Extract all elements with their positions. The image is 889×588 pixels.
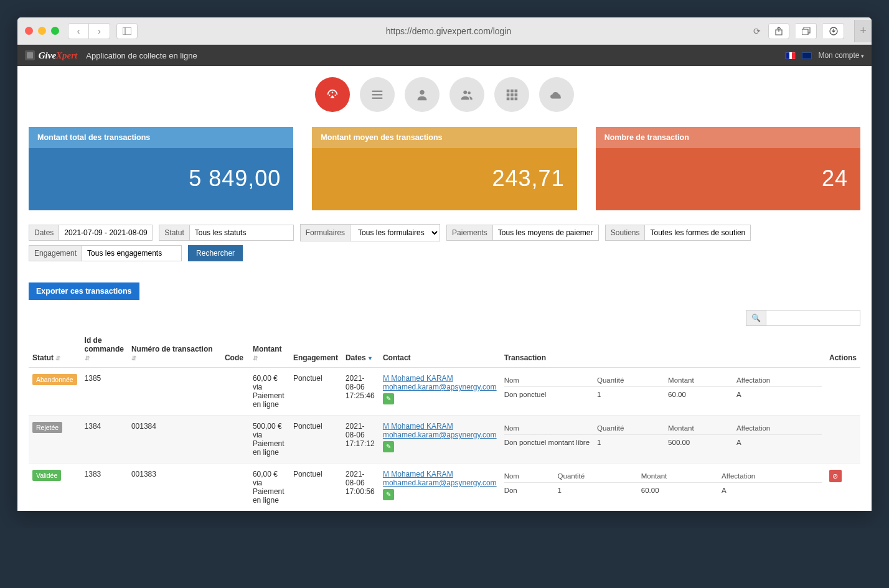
stats-row: Montant total des transactions 5 849,00 … — [17, 127, 872, 222]
cell-date: 2021-08-0617:25:46 — [342, 368, 379, 416]
downloads-button[interactable] — [823, 23, 844, 39]
close-window-button[interactable] — [25, 27, 33, 35]
contact-name-link[interactable]: M Mohamed KARAM — [383, 374, 497, 383]
url-text: https://demo.givexpert.com/login — [386, 26, 512, 36]
contact-email-link[interactable]: mohamed.karam@apsynergy.com — [383, 383, 497, 391]
th-montant[interactable]: Montant — [249, 331, 289, 368]
export-button[interactable]: Exporter ces transactions — [29, 282, 139, 300]
browser-chrome: ‹ › https://demo.givexpert.com/login ⟳ — [17, 17, 872, 45]
filter-engagement-input[interactable] — [82, 246, 181, 261]
grid-icon — [505, 88, 519, 101]
th-code[interactable]: Code — [221, 331, 249, 368]
cell-engagement: Ponctuel — [289, 416, 342, 464]
th-dates[interactable]: Dates — [342, 331, 379, 368]
stat-count-label: Nombre de transaction — [596, 127, 860, 148]
user-icon — [415, 88, 429, 101]
filter-dates-input[interactable] — [59, 225, 152, 240]
filter-statut-input[interactable] — [189, 225, 293, 240]
back-button[interactable]: ‹ — [68, 23, 89, 39]
cell-transaction: NomQuantitéMontantAffectation Don ponctu… — [501, 416, 826, 464]
search-button[interactable]: Rechercher — [188, 245, 243, 261]
svg-rect-14 — [507, 90, 510, 93]
cell-order-id: 1385 — [81, 368, 128, 416]
tabs-button[interactable] — [796, 23, 817, 39]
stat-total: Montant total des transactions 5 849,00 — [29, 127, 293, 210]
share-button[interactable] — [768, 23, 789, 39]
forward-button[interactable]: › — [89, 23, 110, 39]
nav-users[interactable] — [449, 77, 484, 112]
filter-soutiens: Soutiens — [605, 225, 751, 241]
filter-soutiens-input[interactable] — [644, 225, 750, 240]
cell-actions — [826, 368, 860, 416]
cell-contact: M Mohamed KARAM mohamed.karam@apsynergy.… — [379, 416, 501, 464]
svg-rect-22 — [515, 98, 518, 101]
minimize-window-button[interactable] — [38, 27, 46, 35]
list-icon — [370, 88, 384, 101]
contact-name-link[interactable]: M Mohamed KARAM — [383, 422, 497, 431]
filter-formulaires-select[interactable]: Tous les formulaires — [350, 225, 440, 241]
svg-rect-4 — [802, 29, 808, 35]
flag-fr-icon[interactable] — [786, 52, 796, 59]
status-badge: Validée — [32, 470, 61, 481]
cell-amount: 60,00 €viaPaiement en ligne — [249, 464, 289, 511]
th-transaction[interactable]: Transaction — [501, 331, 826, 368]
cell-order-id: 1383 — [81, 464, 128, 511]
edit-contact-icon[interactable]: ✎ — [383, 489, 394, 500]
contact-name-link[interactable]: M Mohamed KARAM — [383, 470, 497, 478]
delete-icon[interactable]: ⊘ — [829, 470, 842, 482]
nav-user[interactable] — [405, 77, 440, 112]
app-header: GiveXpert Application de collecte en lig… — [17, 45, 872, 66]
svg-rect-17 — [507, 93, 510, 96]
nav-grid[interactable] — [494, 77, 529, 112]
filter-paiements-input[interactable] — [492, 225, 598, 240]
stat-total-label: Montant total des transactions — [29, 127, 293, 148]
stat-avg-value: 243,71 — [312, 148, 576, 210]
contact-email-link[interactable]: mohamed.karam@apsynergy.com — [383, 431, 497, 439]
app-logo[interactable]: GiveXpert — [25, 50, 77, 61]
stat-avg: Montant moyen des transactions 243,71 — [312, 127, 576, 210]
cell-transaction: NomQuantitéMontantAffectation Don ponctu… — [501, 368, 826, 416]
th-engagement[interactable]: Engagement — [289, 331, 342, 368]
address-bar[interactable]: https://demo.givexpert.com/login — [144, 26, 753, 36]
edit-contact-icon[interactable]: ✎ — [383, 441, 394, 452]
svg-rect-15 — [510, 90, 514, 93]
cloud-download-icon — [550, 88, 563, 101]
table-search-input[interactable] — [766, 310, 860, 325]
cell-date: 2021-08-0617:17:12 — [342, 416, 379, 464]
filter-engagement: Engagement — [29, 245, 182, 261]
th-id-commande[interactable]: Id de commande — [81, 331, 128, 368]
svg-rect-16 — [515, 90, 518, 93]
cell-contact: M Mohamed KARAM mohamed.karam@apsynergy.… — [379, 464, 501, 511]
maximize-window-button[interactable] — [51, 27, 59, 35]
main-nav — [17, 66, 872, 127]
th-statut[interactable]: Statut — [29, 331, 81, 368]
cell-code — [221, 368, 249, 416]
new-tab-button[interactable]: + — [854, 20, 872, 42]
nav-dashboard[interactable] — [315, 77, 350, 112]
th-contact[interactable]: Contact — [379, 331, 501, 368]
contact-email-link[interactable]: mohamed.karam@apsynergy.com — [383, 478, 497, 487]
table-row: Validée 1383 001383 60,00 €viaPaiement e… — [29, 464, 860, 511]
status-badge: Abandonnée — [32, 374, 77, 385]
cell-order-id: 1384 — [81, 416, 128, 464]
cell-txn-number: 001383 — [128, 464, 221, 511]
stat-avg-label: Montant moyen des transactions — [312, 127, 576, 148]
filter-dates: Dates — [29, 225, 153, 241]
flag-uk-icon[interactable] — [802, 52, 812, 59]
svg-rect-0 — [123, 27, 131, 35]
th-numero[interactable]: Numéro de transaction — [128, 331, 221, 368]
svg-rect-21 — [510, 98, 514, 101]
sidebar-toggle-button[interactable] — [116, 23, 138, 39]
table-row: Abandonnée 1385 60,00 €viaPaiement en li… — [29, 368, 860, 416]
reload-icon[interactable]: ⟳ — [753, 26, 761, 36]
nav-download[interactable] — [539, 77, 574, 112]
account-menu[interactable]: Mon compte — [818, 51, 864, 60]
svg-rect-19 — [515, 93, 518, 96]
app-title: Application de collecte en ligne — [86, 51, 197, 60]
cell-date: 2021-08-0617:00:56 — [342, 464, 379, 511]
cell-engagement: Ponctuel — [289, 464, 342, 511]
nav-list[interactable] — [360, 77, 395, 112]
edit-contact-icon[interactable]: ✎ — [383, 393, 394, 404]
table-row: Rejetée 1384 001384 500,00 €viaPaiement … — [29, 416, 860, 464]
th-actions[interactable]: Actions — [826, 331, 860, 368]
